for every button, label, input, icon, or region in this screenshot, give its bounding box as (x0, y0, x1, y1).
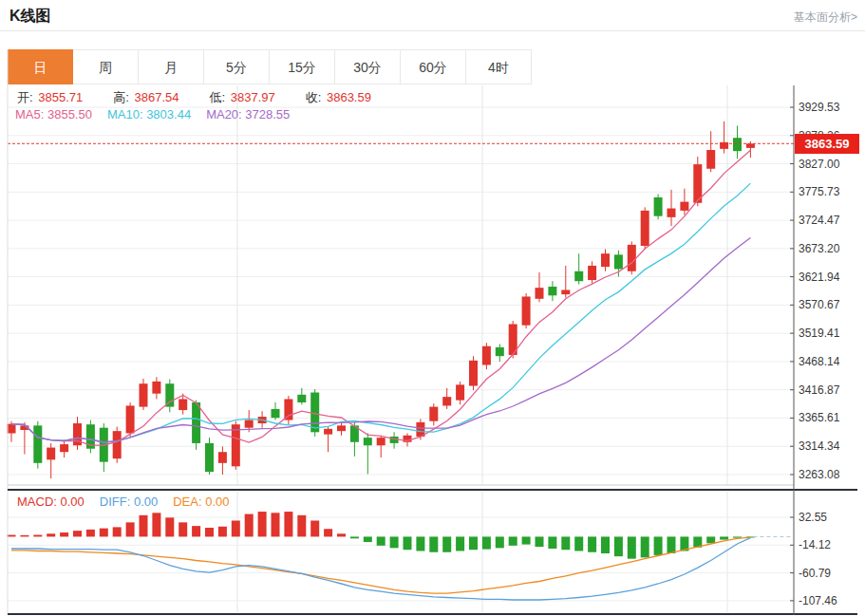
y-axis-label: 3365.61 (799, 411, 859, 424)
y-axis-label: 3314.34 (799, 439, 859, 453)
legend-item: DEA: 0.00 (173, 495, 229, 509)
y-axis-label: -107.46 (799, 594, 859, 607)
y-axis-label: -14.12 (799, 538, 859, 551)
legend-item: MA10: 3803.44 (107, 107, 191, 121)
y-axis-label: 32.55 (799, 511, 859, 524)
legend-item: MA5: 3855.50 (15, 107, 92, 121)
ohlc-legend: 开: 3855.71高: 3867.54低: 3837.97收: 3863.59 (17, 89, 402, 106)
y-axis-label: 3673.20 (799, 242, 859, 255)
kline-widget: K线图 基本面分析> 日周月5分15分30分60分4时 开: 3855.71高:… (0, 0, 865, 616)
y-axis-label: 3416.87 (799, 383, 859, 397)
legend-item: MACD: 0.00 (17, 495, 85, 509)
legend-item: 收: 3863.59 (306, 90, 386, 104)
y-axis-label: 3621.94 (799, 271, 859, 284)
y-axis-label: 3827.00 (799, 158, 859, 171)
current-price-tag: 3863.59 (795, 134, 859, 154)
y-axis-label: 3519.41 (799, 327, 859, 340)
y-axis-label: 3468.14 (799, 355, 859, 368)
y-axis-label: 3263.08 (799, 468, 859, 481)
legend-item: MA20: 3728.55 (206, 107, 290, 121)
legend-item: 低: 3837.97 (209, 90, 290, 104)
legend-item: 高: 3867.54 (113, 90, 194, 104)
legend-item: DIFF: 0.00 (100, 495, 158, 509)
y-axis-label: 3775.73 (799, 185, 859, 198)
y-axis-label: -60.79 (799, 567, 859, 580)
legend-item: 开: 3855.71 (17, 90, 98, 104)
y-axis-label: 3724.47 (799, 214, 859, 227)
y-axis-label: 3570.67 (799, 298, 859, 311)
y-axis-label: 3929.53 (799, 101, 859, 114)
ma-legend: MA5: 3855.50MA10: 3803.44MA20: 3728.55 (15, 107, 305, 121)
macd-legend: MACD: 0.00DIFF: 0.00DEA: 0.00 (17, 495, 245, 509)
